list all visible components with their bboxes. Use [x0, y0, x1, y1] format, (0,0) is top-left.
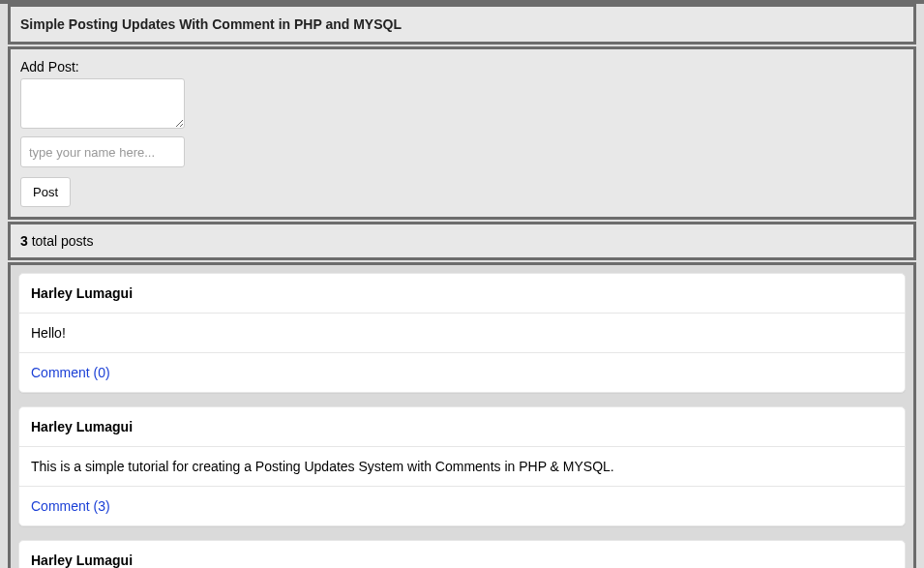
post-card: Harley Lumagui: [18, 540, 906, 568]
post-card: Harley Lumagui This is a simple tutorial…: [18, 406, 906, 526]
comment-link[interactable]: Comment (3): [31, 498, 110, 514]
page-title: Simple Posting Updates With Comment in P…: [20, 16, 402, 32]
add-post-label: Add Post:: [20, 59, 904, 75]
post-content: Hello!: [19, 313, 905, 352]
post-author: Harley Lumagui: [19, 541, 905, 568]
post-content: This is a simple tutorial for creating a…: [19, 446, 905, 486]
post-count-bar: 3 total posts: [8, 222, 916, 260]
post-count-label: total posts: [28, 233, 94, 249]
add-post-panel: Add Post: Post: [8, 46, 916, 220]
comment-link[interactable]: Comment (0): [31, 365, 110, 380]
page-title-bar: Simple Posting Updates With Comment in P…: [11, 7, 913, 42]
post-author: Harley Lumagui: [19, 274, 905, 313]
post-comment-row: Comment (3): [19, 486, 905, 525]
title-panel: Simple Posting Updates With Comment in P…: [8, 4, 916, 45]
post-count-number: 3: [20, 233, 28, 249]
posts-feed: Harley Lumagui Hello! Comment (0) Harley…: [8, 262, 916, 568]
author-name-input[interactable]: [20, 136, 185, 167]
post-author: Harley Lumagui: [19, 407, 905, 446]
post-card: Harley Lumagui Hello! Comment (0): [18, 273, 906, 393]
add-post-body: Add Post: Post: [11, 49, 913, 217]
post-button[interactable]: Post: [20, 177, 71, 207]
post-content-textarea[interactable]: [20, 78, 185, 129]
post-comment-row: Comment (0): [19, 352, 905, 392]
